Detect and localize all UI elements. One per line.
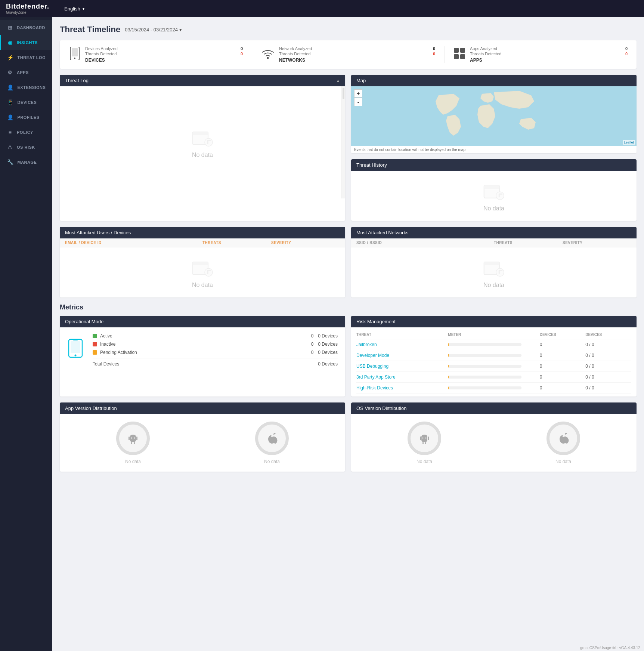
svg-rect-1 [72, 48, 78, 56]
sidebar-label-os-risk: OS Risk [17, 145, 35, 149]
risk-ratio-developer: 0 / 0 [585, 353, 631, 358]
date-range-picker[interactable]: 03/15/2024 - 03/21/2024 ▾ [125, 27, 182, 33]
total-label: Total Devices [93, 361, 119, 367]
threat-log-body: No data [60, 86, 345, 198]
sidebar-item-devices[interactable]: 📱 Devices [0, 95, 52, 110]
grid-icon: ⊞ [7, 25, 13, 31]
threat-history-body: No data [351, 171, 637, 221]
svg-rect-36 [134, 442, 135, 444]
date-range-text: 03/15/2024 - 03/21/2024 [125, 27, 178, 33]
risk-threat-developer: Developer Mode [356, 353, 448, 358]
sidebar-label-insights: Insights [17, 40, 38, 45]
os-ios-item: No data [547, 422, 580, 464]
map-zoom-in[interactable]: + [354, 89, 362, 98]
active-count: 0 [311, 333, 314, 339]
total-devices: 0 Devices [318, 361, 338, 367]
map-card: Map [351, 75, 637, 153]
risk-col-threat: THREAT [356, 333, 448, 337]
svg-rect-6 [454, 54, 459, 59]
date-chevron-icon: ▾ [179, 27, 182, 33]
risk-count-3rdparty: 0 [540, 374, 586, 380]
leaflet-badge: Leaflet [623, 140, 635, 145]
sidebar-item-insights[interactable]: ◉ Insights [0, 35, 52, 50]
networks-stat-name: Networks [279, 58, 435, 63]
svg-rect-32 [73, 340, 78, 340]
warning-icon: ⚠ [7, 144, 13, 150]
app-android-item: No data [116, 422, 150, 464]
page-header: Threat Timeline 03/15/2024 - 03/21/2024 … [60, 25, 637, 34]
app-ios-label: No data [264, 459, 280, 464]
sidebar-item-profiles[interactable]: 👤 Profiles [0, 110, 52, 125]
row-1: Threat Log ▲ No data [60, 75, 637, 221]
inactive-devices: 0 Devices [318, 342, 338, 347]
sidebar-item-os-risk[interactable]: ⚠ OS Risk [0, 140, 52, 155]
sidebar-label-apps: Apps [17, 70, 29, 75]
risk-row-3rdparty: 3rd Party App Store 0 0 / 0 [356, 372, 631, 383]
language-selector[interactable]: English ▾ [64, 6, 84, 12]
scrollbar[interactable] [341, 86, 345, 198]
sidebar-label-manage: Manage [18, 160, 37, 164]
sidebar-item-policy[interactable]: ≡ Policy [0, 125, 52, 140]
app-version-header: App Version Distribution [60, 402, 345, 414]
stat-devices: Devices Analyzed 0 Threats Detected 0 De… [60, 46, 252, 63]
networks-table-body: No data [351, 247, 637, 297]
networks-analyzed-value: 0 [433, 46, 435, 51]
users-no-data-text: No data [192, 282, 213, 289]
risk-meter-highrisk [448, 386, 521, 389]
svg-rect-25 [484, 262, 499, 265]
sidebar-item-threat-log[interactable]: ⚡ Threat Log [0, 50, 52, 65]
svg-point-16 [496, 192, 504, 200]
apps-analyzed-label: Apps Analyzed [470, 46, 497, 51]
app-version-title: App Version Distribution [65, 405, 117, 411]
risk-count-highrisk: 0 [540, 385, 586, 391]
svg-rect-40 [428, 436, 429, 440]
apps-threats-label: Threats Detected [470, 52, 501, 56]
metrics-section: Metrics Operational Mode [60, 303, 637, 472]
map-zoom-out[interactable]: - [354, 98, 362, 106]
devices-threats-label: Threats Detected [85, 52, 117, 56]
row-2: Most Attacked Users / Devices EMAIL / DE… [60, 227, 637, 297]
risk-row-usb: USB Debugging 0 0 / 0 [356, 361, 631, 372]
risk-ratio-highrisk: 0 / 0 [585, 385, 631, 391]
operational-mode-card: Operational Mode [60, 316, 345, 397]
risk-row-jailbroken: Jailbroken 0 0 / 0 [356, 339, 631, 350]
risk-ratio-jailbroken: 0 / 0 [585, 342, 631, 347]
scroll-up-icon: ▲ [336, 78, 340, 83]
page-title: Threat Timeline [60, 25, 120, 34]
app-android-circle [116, 422, 150, 455]
threat-log-title: Threat Log [65, 78, 89, 83]
logo-sub: GravityZone [6, 10, 49, 15]
risk-threat-highrisk: High-Risk Devices [356, 385, 448, 391]
pending-devices: 0 Devices [318, 350, 338, 355]
risk-col-meter: METER [448, 333, 539, 337]
risk-management-card: Risk Management THREAT METER DEVICES DEV… [351, 316, 637, 397]
stats-row: Devices Analyzed 0 Threats Detected 0 De… [60, 40, 637, 69]
svg-rect-18 [499, 194, 503, 195]
pending-label: Pending Activation [100, 350, 137, 355]
risk-col-devices: DEVICES [540, 333, 586, 337]
active-values: 0 0 Devices [311, 333, 338, 339]
risk-meter-usb [448, 365, 521, 368]
risk-mgmt-title: Risk Management [356, 319, 396, 324]
app-ios-item: No data [255, 422, 289, 464]
risk-ratio-3rdparty: 0 / 0 [585, 374, 631, 380]
svg-point-43 [422, 438, 424, 439]
sidebar-label-dashboard: Dashboard [17, 25, 45, 30]
sidebar-label-threat-log: Threat Log [18, 55, 46, 60]
sidebar-item-apps[interactable]: ⚙ Apps [0, 65, 52, 80]
svg-point-26 [496, 268, 504, 276]
apps-stat-labels: Apps Analyzed 0 Threats Detected 0 Apps [470, 46, 628, 63]
risk-row-developer: Developer Mode 0 0 / 0 [356, 350, 631, 361]
threat-log-no-data-text: No data [192, 152, 213, 158]
threat-log-card: Threat Log ▲ No data [60, 75, 345, 221]
sidebar-label-extensions: Extensions [18, 85, 46, 90]
risk-meter-developer [448, 354, 521, 357]
sidebar-item-manage[interactable]: 🔧 Manage [0, 155, 52, 170]
sidebar-item-dashboard[interactable]: ⊞ Dashboard [0, 20, 52, 35]
sidebar-item-extensions[interactable]: 👤 Extensions [0, 80, 52, 95]
users-table-header: EMAIL / DEVICE ID THREATS SEVERITY [60, 238, 345, 247]
pending-count: 0 [311, 350, 314, 355]
logo: Bitdefender. GravityZone [6, 3, 49, 15]
svg-rect-34 [136, 436, 137, 440]
topbar: Bitdefender. GravityZone English ▾ [0, 0, 644, 17]
